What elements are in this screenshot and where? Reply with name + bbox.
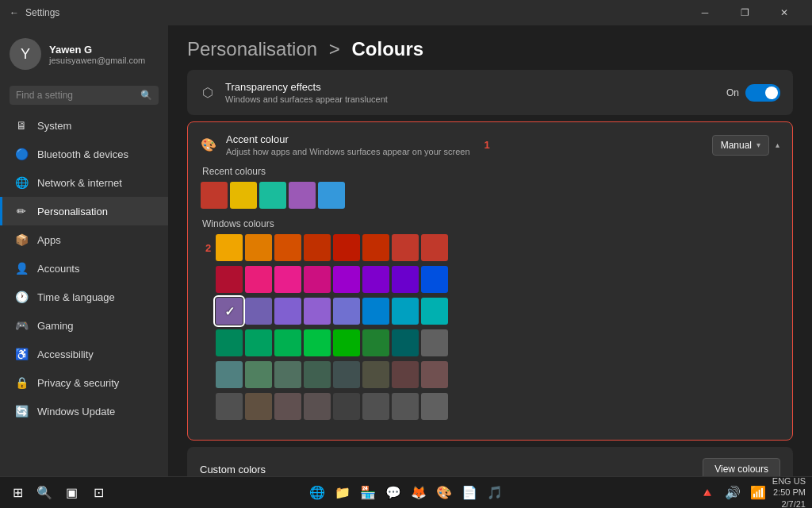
windows-swatch-42[interactable] xyxy=(274,393,301,420)
windows-swatch-7[interactable] xyxy=(421,234,448,261)
windows-swatch-31[interactable] xyxy=(421,329,448,356)
windows-swatch-45[interactable] xyxy=(362,393,389,420)
transparency-toggle[interactable] xyxy=(745,84,780,102)
sidebar-item-system[interactable]: 🖥 System xyxy=(0,111,168,140)
sidebar-search-box[interactable]: 🔍 xyxy=(10,86,159,105)
content-area: Personalisation > Colours ⬡ Transparency… xyxy=(168,25,812,476)
windows-swatch-25[interactable] xyxy=(245,329,272,356)
taskbar-app-photoshop[interactable]: 🎨 xyxy=(433,482,455,504)
taskbar-app-word[interactable]: 📄 xyxy=(458,482,481,504)
sidebar-item-bluetooth[interactable]: 🔵 Bluetooth & devices xyxy=(0,140,168,168)
sidebar-nav: 🖥 System🔵 Bluetooth & devices🌐 Network &… xyxy=(0,111,168,476)
sidebar-item-privacy[interactable]: 🔒 Privacy & security xyxy=(0,368,168,397)
windows-swatch-22[interactable] xyxy=(392,298,419,325)
windows-swatch-23[interactable] xyxy=(421,298,448,325)
network-icon[interactable]: 📶 xyxy=(747,482,769,504)
recent-swatch-0[interactable] xyxy=(201,182,228,209)
windows-swatch-44[interactable] xyxy=(333,393,360,420)
windows-swatch-2[interactable] xyxy=(274,234,301,261)
back-icon[interactable]: ← xyxy=(10,7,19,18)
windows-swatch-18[interactable] xyxy=(274,298,301,325)
windows-swatch-26[interactable] xyxy=(274,329,301,356)
widgets-icon[interactable]: ⊡ xyxy=(87,482,109,504)
windows-swatch-12[interactable] xyxy=(333,266,360,293)
taskbar-app-store[interactable]: 🏪 xyxy=(357,482,379,504)
transparency-toggle-knob xyxy=(765,87,778,99)
windows-swatch-20[interactable] xyxy=(333,298,360,325)
breadcrumb: Personalisation > Colours xyxy=(187,25,793,70)
close-button[interactable]: ✕ xyxy=(766,0,802,25)
sidebar-item-apps[interactable]: 📦 Apps xyxy=(0,225,168,254)
accent-header: 🎨 Accent colour Adjust how apps and Wind… xyxy=(201,133,779,156)
windows-swatch-13[interactable] xyxy=(362,266,389,293)
windows-swatch-43[interactable] xyxy=(304,393,331,420)
windows-swatch-33[interactable] xyxy=(245,361,272,388)
view-colours-button[interactable]: View colours xyxy=(703,458,780,476)
tray-up-icon[interactable]: 🔺 xyxy=(696,482,718,504)
recent-swatch-3[interactable] xyxy=(289,182,316,209)
windows-swatch-27[interactable] xyxy=(304,329,331,356)
start-icon[interactable]: ⊞ xyxy=(6,482,29,504)
windows-swatch-28[interactable] xyxy=(333,329,360,356)
chevron-up-icon: ▴ xyxy=(776,140,779,149)
sidebar-item-accounts[interactable]: 👤 Accounts xyxy=(0,254,168,283)
windows-swatch-9[interactable] xyxy=(245,266,272,293)
windows-swatch-15[interactable] xyxy=(421,266,448,293)
accent-dropdown[interactable]: Manual ▾ xyxy=(712,135,769,156)
nav-label-accounts: Accounts xyxy=(37,263,79,275)
windows-swatch-4[interactable] xyxy=(333,234,360,261)
windows-swatch-29[interactable] xyxy=(362,329,389,356)
snap-button[interactable]: ❐ xyxy=(726,0,763,25)
windows-swatch-38[interactable] xyxy=(392,361,419,388)
sidebar-item-time[interactable]: 🕐 Time & language xyxy=(0,283,168,311)
taskbar-right: 🔺 🔊 📶 ENG US 2:50 PM 2/7/21 xyxy=(696,475,806,508)
sidebar-item-network[interactable]: 🌐 Network & internet xyxy=(0,168,168,197)
recent-swatch-2[interactable] xyxy=(259,182,286,209)
windows-swatch-19[interactable] xyxy=(304,298,331,325)
taskbar-app-edge[interactable]: 🌐 xyxy=(306,482,328,504)
windows-swatch-35[interactable] xyxy=(304,361,331,388)
windows-swatch-16[interactable] xyxy=(216,298,243,325)
minimize-button[interactable]: ─ xyxy=(687,0,723,25)
windows-swatch-30[interactable] xyxy=(392,329,419,356)
volume-icon[interactable]: 🔊 xyxy=(722,482,744,504)
title-bar-left: ← Settings xyxy=(10,7,59,18)
taskbar-app-explorer[interactable]: 📁 xyxy=(331,482,354,504)
recent-swatch-1[interactable] xyxy=(230,182,257,209)
sidebar-item-gaming[interactable]: 🎮 Gaming xyxy=(0,311,168,340)
windows-swatch-11[interactable] xyxy=(304,266,331,293)
windows-swatch-36[interactable] xyxy=(333,361,360,388)
windows-swatch-40[interactable] xyxy=(216,393,243,420)
windows-swatch-39[interactable] xyxy=(421,361,448,388)
windows-swatch-3[interactable] xyxy=(304,234,331,261)
nav-icon-gaming: 🎮 xyxy=(15,319,28,332)
taskbar-app-music[interactable]: 🎵 xyxy=(484,482,506,504)
nav-icon-personalisation: ✏ xyxy=(15,205,28,217)
windows-swatch-14[interactable] xyxy=(392,266,419,293)
windows-swatch-21[interactable] xyxy=(362,298,389,325)
windows-swatch-41[interactable] xyxy=(245,393,272,420)
sidebar-item-accessibility[interactable]: ♿ Accessibility xyxy=(0,340,168,368)
windows-swatch-10[interactable] xyxy=(274,266,301,293)
windows-swatch-5[interactable] xyxy=(362,234,389,261)
windows-swatch-17[interactable] xyxy=(245,298,272,325)
windows-swatch-8[interactable] xyxy=(216,266,243,293)
windows-swatch-34[interactable] xyxy=(274,361,301,388)
windows-swatch-32[interactable] xyxy=(216,361,243,388)
windows-swatch-0[interactable] xyxy=(216,234,243,261)
taskbar-app-mail[interactable]: 💬 xyxy=(382,482,404,504)
nav-label-apps: Apps xyxy=(37,234,61,246)
task-view-icon[interactable]: ▣ xyxy=(60,482,82,504)
windows-swatch-6[interactable] xyxy=(392,234,419,261)
search-input[interactable] xyxy=(16,90,136,101)
windows-swatch-46[interactable] xyxy=(392,393,419,420)
sidebar-item-update[interactable]: 🔄 Windows Update xyxy=(0,397,168,425)
recent-swatch-4[interactable] xyxy=(318,182,345,209)
windows-swatch-1[interactable] xyxy=(245,234,272,261)
search-icon[interactable]: 🔍 xyxy=(33,482,56,504)
taskbar-app-firefox[interactable]: 🦊 xyxy=(408,482,430,504)
windows-swatch-24[interactable] xyxy=(216,329,243,356)
windows-swatch-47[interactable] xyxy=(421,393,448,420)
windows-swatch-37[interactable] xyxy=(362,361,389,388)
sidebar-item-personalisation[interactable]: ✏ Personalisation xyxy=(0,197,168,225)
